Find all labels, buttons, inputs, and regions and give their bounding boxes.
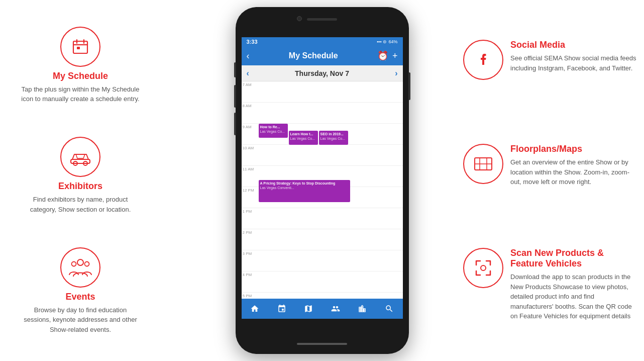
prev-date-arrow[interactable]: ‹ xyxy=(247,69,249,78)
next-date-arrow[interactable]: › xyxy=(395,69,397,78)
nav-buildings[interactable] xyxy=(349,299,376,319)
car-icon xyxy=(68,147,92,166)
nav-exhibitors[interactable] xyxy=(268,299,295,319)
feature-scan-products: Scan New Products & Feature Vehicles Dow… xyxy=(463,248,639,321)
scan-icon-circle xyxy=(463,248,503,288)
svg-point-10 xyxy=(85,261,89,266)
time-label-10am: 10 AM xyxy=(242,145,258,150)
status-battery-icon: 64% xyxy=(388,39,397,44)
map-icon xyxy=(473,155,494,173)
feature-social-media: Social Media See official SEMA Show soci… xyxy=(463,40,639,84)
phone-home-indicator xyxy=(297,343,347,345)
event-2-title: Learn How t... xyxy=(290,132,316,136)
maps-nav-icon xyxy=(304,304,313,313)
exhibitors-desc: Find exhibitors by name, product categor… xyxy=(20,195,141,214)
event-3-title: SEO in 2019... xyxy=(320,132,347,136)
exhibitors-title: Exhibitors xyxy=(58,181,102,192)
date-nav: ‹ Thursday, Nov 7 › xyxy=(242,65,403,81)
scan-products-content: Scan New Products & Feature Vehicles Dow… xyxy=(510,248,639,321)
nav-maps[interactable] xyxy=(295,299,323,319)
buildings-nav-icon xyxy=(358,304,367,313)
time-label-1pm: 1 PM xyxy=(242,208,258,214)
current-date: Thursday, Nov 7 xyxy=(295,69,349,77)
status-time: 3:33 xyxy=(247,39,258,45)
app-header-title: My Schedule xyxy=(289,51,338,60)
status-bar: 3:33 ▪▪▪ ⊜ 64% xyxy=(242,37,403,46)
nav-search[interactable] xyxy=(376,299,403,319)
events-title: Events xyxy=(65,292,95,302)
time-label-9am: 9 AM xyxy=(242,124,258,129)
feature-events: Events Browse by day to find education s… xyxy=(5,247,156,335)
time-label-4pm: 4 PM xyxy=(242,272,258,277)
status-icons: ▪▪▪ ⊜ 64% xyxy=(377,39,398,44)
phone-vol-down-button xyxy=(234,113,236,135)
schedule-events-overlay: How to Re... Las Vegas Co... Learn How t… xyxy=(258,81,403,299)
phone-power-button xyxy=(408,72,410,100)
floorplans-content: Floorplans/Maps Get an overview of the e… xyxy=(510,144,639,187)
status-wifi-icon: ⊜ xyxy=(383,39,387,44)
back-icon[interactable]: ‹ xyxy=(247,51,250,61)
clock-icon[interactable]: ⏰ xyxy=(377,50,388,61)
add-icon[interactable]: + xyxy=(392,51,398,61)
social-media-title: Social Media xyxy=(510,40,639,50)
bottom-nav xyxy=(242,299,403,319)
phone-mockup: 3:33 ▪▪▪ ⊜ 64% ‹ My Schedule ⏰ + ‹ Thu xyxy=(229,0,415,361)
schedule-content: SEMA SHOW 7 AM 8 AM 9 AM xyxy=(242,81,403,299)
event-pricing-strategy[interactable]: A Pricing Strategy: Keys to Stop Discoun… xyxy=(259,180,350,202)
floorplans-title: Floorplans/Maps xyxy=(510,144,639,154)
my-schedule-title: My Schedule xyxy=(53,71,108,81)
event-how-to-re[interactable]: How to Re... Las Vegas Co... xyxy=(259,124,288,138)
people-icon xyxy=(68,257,92,278)
event-3-loc: Las Vegas Co... xyxy=(320,136,347,141)
time-label-7am: 7 AM xyxy=(242,81,258,87)
events-icon-circle xyxy=(60,247,100,288)
calendar-icon xyxy=(71,37,90,56)
time-label-3pm: 3 PM xyxy=(242,250,258,256)
search-nav-icon xyxy=(385,304,394,313)
feature-my-schedule: My Schedule Tap the plus sign within the… xyxy=(5,27,156,104)
status-signal-icon: ▪▪▪ xyxy=(377,39,382,44)
svg-rect-4 xyxy=(77,47,80,49)
svg-point-9 xyxy=(72,261,76,266)
scan-products-desc: Download the app to scan products in the… xyxy=(510,272,639,321)
phone-vol-up-button xyxy=(234,85,236,108)
exhibitors-nav-icon xyxy=(277,304,286,313)
nav-home[interactable] xyxy=(242,299,269,319)
time-label-11am: 11 AM xyxy=(242,166,258,171)
phone-camera xyxy=(297,16,302,21)
svg-rect-0 xyxy=(73,41,87,53)
events-desc: Browse by day to find education sessions… xyxy=(20,305,141,335)
event-2-loc: Las Vegas Co... xyxy=(290,136,316,141)
phone-mute-button xyxy=(234,62,236,77)
events-nav-icon xyxy=(331,304,340,313)
scan-icon xyxy=(473,258,493,278)
event-4-title: A Pricing Strategy: Keys to Stop Discoun… xyxy=(260,181,349,186)
time-grid: 7 AM 8 AM 9 AM 10 AM xyxy=(242,81,403,299)
event-seo-2019[interactable]: SEO in 2019... Las Vegas Co... xyxy=(319,131,348,145)
right-feature-column: Social Media See official SEMA Show soci… xyxy=(453,0,644,361)
feature-exhibitors: Exhibitors Find exhibitors by name, prod… xyxy=(5,137,156,214)
phone-speaker xyxy=(307,18,337,21)
scan-products-title: Scan New Products & Feature Vehicles xyxy=(510,248,639,269)
social-media-icon-circle xyxy=(463,40,503,80)
event-4-loc: Las Vegas Conventi... xyxy=(260,186,349,190)
social-media-desc: See official SEMA Show social media feed… xyxy=(510,53,639,73)
nav-events[interactable] xyxy=(322,299,349,319)
social-media-content: Social Media See official SEMA Show soci… xyxy=(510,40,639,73)
facebook-icon xyxy=(474,51,492,69)
phone-body: 3:33 ▪▪▪ ⊜ 64% ‹ My Schedule ⏰ + ‹ Thu xyxy=(236,7,409,354)
exhibitors-icon-circle xyxy=(60,137,100,177)
svg-point-8 xyxy=(77,259,83,265)
time-label-12pm: 12 PM xyxy=(242,187,258,193)
feature-floorplans: Floorplans/Maps Get an overview of the e… xyxy=(463,144,639,188)
floorplans-desc: Get an overview of the entire Show or by… xyxy=(510,157,639,187)
time-label-2pm: 2 PM xyxy=(242,229,258,235)
phone-screen: 3:33 ▪▪▪ ⊜ 64% ‹ My Schedule ⏰ + ‹ Thu xyxy=(242,37,403,319)
app-header: ‹ My Schedule ⏰ + xyxy=(242,46,403,65)
event-1-loc: Las Vegas Co... xyxy=(260,129,286,134)
event-learn-how[interactable]: Learn How t... Las Vegas Co... xyxy=(289,131,318,145)
time-label-5pm: 5 PM xyxy=(242,293,258,298)
time-label-8am: 8 AM xyxy=(242,103,258,108)
left-feature-column: My Schedule Tap the plus sign within the… xyxy=(0,0,161,361)
my-schedule-desc: Tap the plus sign within the My Schedule… xyxy=(20,84,141,104)
